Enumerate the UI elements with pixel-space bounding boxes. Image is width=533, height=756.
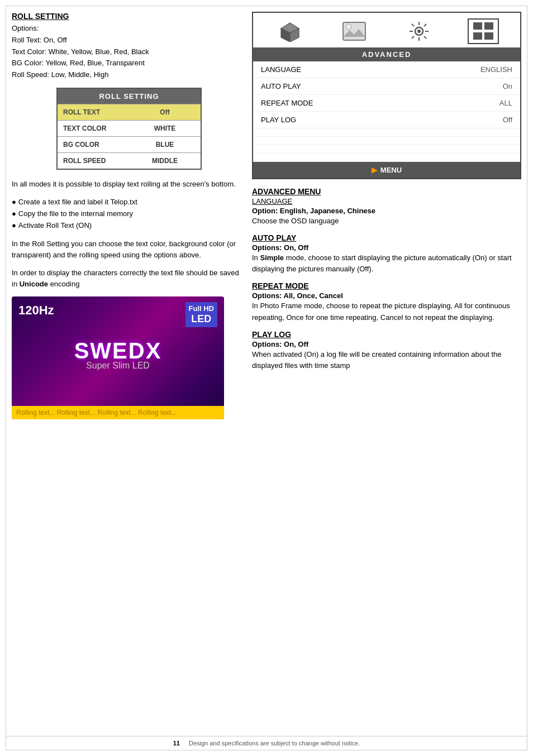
- table-row: ROLL SPEED MIDDLE: [58, 152, 201, 169]
- cell-roll-speed-label: ROLL SPEED: [58, 153, 129, 169]
- advanced-grid-icon: [468, 18, 499, 44]
- table-row: LANGUAGE ENGLISH: [253, 61, 520, 78]
- menu-arrow-icon: ▶: [372, 166, 377, 174]
- auto-play-value: On: [410, 78, 520, 95]
- section-advanced-menu: ADVANCED MENU LANGUAGE Option: English, …: [252, 187, 521, 227]
- footer-text: Design and specifications are subject to…: [189, 740, 360, 747]
- main-content: ROLL SETTING Options: Roll Text: On, Off…: [6, 6, 527, 736]
- monitor-hz: 120Hz: [18, 303, 54, 318]
- option-text-color: Text Color: White, Yellow, Blue, Red, Bl…: [12, 46, 246, 58]
- cell-roll-speed-value: MIDDLE: [129, 153, 201, 169]
- cell-bg-color-value: BLUE: [129, 137, 201, 152]
- empty-row: [253, 137, 520, 145]
- options-label: Options:: [12, 23, 246, 35]
- option-bg-color: BG Color: Yellow, Red, Blue, Transparent: [12, 58, 246, 69]
- table-row: REPEAT MODE ALL: [253, 95, 520, 112]
- body-text-3: In order to display the characters corre…: [12, 267, 246, 290]
- svg-rect-20: [484, 32, 493, 40]
- svg-line-14: [424, 36, 426, 39]
- play-log-value: Off: [410, 112, 520, 128]
- section-body-repeat: In Photo Frame mode, choose to repeat th…: [252, 300, 521, 323]
- table-row: BG COLOR BLUE: [58, 136, 201, 152]
- bullet-item-3: Activate Roll Text (ON): [12, 220, 246, 232]
- section-bold-autoplay: Options: On, Off: [252, 243, 521, 252]
- svg-point-8: [417, 30, 421, 33]
- left-column: ROLL SETTING Options: Roll Text: On, Off…: [12, 12, 246, 730]
- section-auto-play: AUTO PLAY Options: On, Off In Simple mod…: [252, 233, 521, 275]
- svg-rect-17: [473, 22, 482, 30]
- advanced-panel: ADVANCED LANGUAGE ENGLISH AUTO PLAY On R…: [252, 12, 521, 179]
- cell-text-color-label: TEXT COLOR: [58, 121, 129, 136]
- cell-text-color-value: WHITE: [129, 121, 201, 136]
- section-play-log: PLAY LOG Options: On, Off When activated…: [252, 330, 521, 371]
- roll-setting-title: ROLL SETTING: [12, 12, 246, 21]
- svg-rect-19: [473, 32, 482, 40]
- bullet-item-2: Copy the file to the internal memory: [12, 208, 246, 220]
- section-title-repeat: REPEAT MODE: [252, 281, 521, 290]
- monitor-display: 120Hz Full HD LED SWEDX Super Slim LED R…: [12, 296, 224, 419]
- section-body-autoplay: In Simple mode, choose to start displayi…: [252, 252, 521, 275]
- body-text-1: In all modes it is possible to display t…: [12, 179, 246, 190]
- cell-roll-text-label: ROLL TEXT: [58, 104, 129, 120]
- advanced-table: LANGUAGE ENGLISH AUTO PLAY On REPEAT MOD…: [253, 61, 520, 162]
- repeat-mode-value: ALL: [410, 95, 520, 112]
- svg-line-16: [412, 36, 414, 39]
- language-label: LANGUAGE: [253, 61, 410, 78]
- fullhd-line1: Full HD: [189, 304, 215, 313]
- language-value: ENGLISH: [410, 61, 520, 78]
- roll-setting-table: ROLL SETTING ROLL TEXT Off TEXT COLOR WH…: [56, 88, 202, 170]
- table-row: AUTO PLAY On: [253, 78, 520, 95]
- section-bold-language: Option: English, Japanese, Chinese: [252, 207, 521, 215]
- table-row: PLAY LOG Off: [253, 112, 520, 128]
- monitor-fullhd-badge: Full HD LED: [185, 302, 218, 327]
- section-bold-repeat: Options: All, Once, Cancel: [252, 291, 521, 300]
- section-title-playlog: PLAY LOG: [252, 330, 521, 339]
- cell-roll-text-value: Off: [129, 104, 201, 120]
- play-log-label: PLAY LOG: [253, 112, 410, 128]
- empty-row: [253, 145, 520, 154]
- section-title-autoplay: AUTO PLAY: [252, 233, 521, 242]
- rolling-text-bar: Rolling text... Rolling text... Rolling …: [12, 406, 224, 419]
- bullet-list: Create a text file and label it Telop.tx…: [12, 197, 246, 231]
- roll-setting-table-header: ROLL SETTING: [58, 89, 201, 104]
- page-number: 11: [173, 740, 180, 747]
- auto-play-label: AUTO PLAY: [253, 78, 410, 95]
- options-block: Options: Roll Text: On, Off Text Color: …: [12, 23, 246, 81]
- section-body-playlog: When activated (On) a log file will be c…: [252, 349, 521, 371]
- brand-name: SWEDX: [74, 338, 162, 363]
- section-subtitle-language: LANGUAGE: [252, 197, 521, 205]
- section-body-language: Choose the OSD language: [252, 216, 521, 227]
- monitor-brand-area: SWEDX Super Slim LED: [74, 338, 162, 371]
- advanced-label: ADVANCED: [253, 47, 520, 61]
- option-roll-text: Roll Text: On, Off: [12, 35, 246, 46]
- empty-row: [253, 154, 520, 162]
- page-footer: 11 Design and specifications are subject…: [6, 736, 527, 750]
- section-repeat-mode: REPEAT MODE Options: All, Once, Cancel I…: [252, 281, 521, 323]
- bullet-item-1: Create a text file and label it Telop.tx…: [12, 197, 246, 208]
- advanced-icons-row: [253, 13, 520, 44]
- svg-point-6: [346, 24, 351, 30]
- brand-subtitle: Super Slim LED: [74, 361, 162, 371]
- option-roll-speed: Roll Speed: Low, Middle, High: [12, 69, 246, 81]
- cell-bg-color-label: BG COLOR: [58, 137, 129, 152]
- body-text-2: In the Roll Setting you can choose the t…: [12, 238, 246, 261]
- menu-bar: ▶ MENU: [253, 162, 520, 178]
- cube-icon: [274, 18, 306, 44]
- svg-rect-18: [484, 22, 493, 30]
- table-row: ROLL TEXT Off: [58, 104, 201, 120]
- telop-filename: Telop.txt: [110, 198, 137, 206]
- page-wrapper: ROLL SETTING Options: Roll Text: On, Off…: [6, 6, 527, 750]
- empty-row: [253, 128, 520, 137]
- fullhd-line2: LED: [189, 313, 215, 326]
- table-row: TEXT COLOR WHITE: [58, 120, 201, 136]
- menu-label: MENU: [380, 166, 402, 174]
- landscape-icon: [339, 18, 370, 44]
- settings-icon: [403, 18, 435, 44]
- right-column: ADVANCED LANGUAGE ENGLISH AUTO PLAY On R…: [252, 12, 521, 730]
- svg-line-13: [412, 24, 414, 26]
- section-bold-playlog: Options: On, Off: [252, 340, 521, 348]
- repeat-mode-label: REPEAT MODE: [253, 95, 410, 112]
- section-title-advanced: ADVANCED MENU: [252, 187, 521, 196]
- svg-line-15: [424, 24, 426, 26]
